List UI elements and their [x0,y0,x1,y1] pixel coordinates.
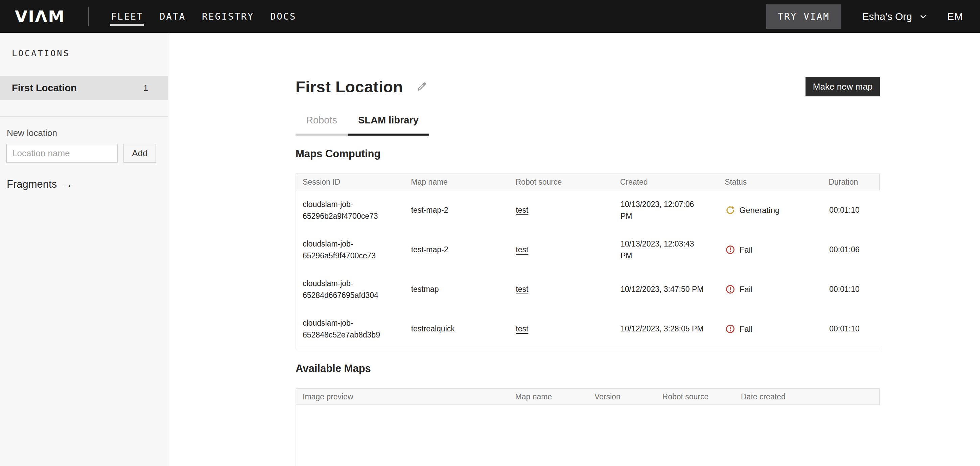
edit-pencil-icon[interactable] [416,81,428,92]
session-id-cell: cloudslam-job-65296a5f9f4700ce73 [296,238,405,261]
available-maps-heading: Available Maps [296,363,880,375]
status-cell: Fail [719,283,826,296]
column-header-status: Status [718,178,824,187]
status-label: Fail [740,283,753,296]
available-maps-table: Image previewMap nameVersionRobot source… [296,388,880,466]
arrow-right-icon: → [62,178,73,190]
column-header-date-created: Date created [735,392,879,401]
try-viam-button[interactable]: TRY VIAM [766,5,842,29]
tab-slam-library[interactable]: SLAM library [348,115,429,135]
nav-item-docs[interactable]: DOCS [270,0,296,33]
available-maps-empty-body [296,405,880,466]
column-header-robot-source: Robot source [509,178,614,187]
robot-source-link[interactable]: test [516,245,528,254]
status-label: Fail [740,244,753,256]
available-maps-table-header: Image previewMap nameVersionRobot source… [296,388,880,405]
fail-status-icon [725,285,735,294]
fail-status-icon [725,324,735,334]
available-maps-table-body [296,405,880,466]
status-cell: Generating [719,204,826,216]
locations-heading: LOCATIONS [0,33,168,58]
status-label: Generating [740,204,780,216]
column-header-duration: Duration [824,178,879,187]
primary-nav: FLEETDATAREGISTRYDOCS [111,0,296,33]
column-header-created: Created [614,178,718,187]
fragments-label: Fragments [7,178,57,190]
location-robot-count: 1 [143,83,148,93]
fail-status-icon [725,245,735,254]
maps-computing-heading: Maps Computing [296,148,880,160]
robot-source-link[interactable]: test [516,285,528,294]
chevron-down-icon [919,12,928,21]
user-avatar[interactable]: EM [947,11,963,22]
duration-cell: 00:01:06 [825,244,880,256]
created-cell: 10/13/2023, 12:07:06 PM [614,199,719,222]
maps-computing-row: cloudslam-job-65296a5f9f4700ce73test-map… [296,230,880,270]
sidebar-location-item[interactable]: First Location1 [0,76,168,100]
maps-computing-row: cloudslam-job-65284d667695afd304testmapt… [296,270,880,309]
tab-robots[interactable]: Robots [296,115,348,135]
top-nav: VIΛM FLEETDATAREGISTRYDOCS TRY VIAM Esha… [0,0,980,33]
maps-computing-table-body: cloudslam-job-65296b2a9f4700ce73test-map… [296,190,880,349]
viam-logo[interactable]: VIΛM [15,8,65,25]
column-header-map-name: Map name [509,392,588,401]
maps-computing-table: Session IDMap nameRobot sourceCreatedSta… [296,173,880,349]
column-header-image-preview: Image preview [296,392,509,401]
maps-computing-table-header: Session IDMap nameRobot sourceCreatedSta… [296,173,880,190]
location-name-input[interactable] [6,144,118,163]
robot-source-link[interactable]: test [516,205,528,215]
fragments-link[interactable]: Fragments → [7,178,73,190]
page-header: First Location Make new map [296,77,880,96]
tab-bar: RobotsSLAM library [296,115,880,135]
column-header-map-name: Map name [404,178,509,187]
robot-source-cell: test [509,204,614,216]
status-cell: Fail [719,323,826,335]
maps-computing-row: cloudslam-job-652848c52e7ab8d3b9testreal… [296,309,880,349]
session-id-cell: cloudslam-job-65284d667695afd304 [296,278,405,301]
status-label: Fail [740,323,753,335]
nav-divider [88,8,89,26]
status-cell: Fail [719,244,826,256]
column-header-version: Version [588,392,656,401]
map-name-cell: testmap [405,283,510,295]
created-cell: 10/12/2023, 3:47:50 PM [614,283,719,295]
duration-cell: 00:01:10 [825,323,880,335]
org-switcher[interactable]: Esha's Org [862,11,928,22]
duration-cell: 00:01:10 [825,204,880,216]
nav-right: TRY VIAM Esha's Org EM [766,5,963,29]
page-title: First Location [296,78,403,96]
duration-cell: 00:01:10 [825,283,880,295]
session-id-cell: cloudslam-job-652848c52e7ab8d3b9 [296,317,405,340]
robot-source-cell: test [509,323,614,335]
nav-item-data[interactable]: DATA [160,0,186,33]
new-location-row: Add [6,144,168,163]
location-name: First Location [12,83,77,94]
sidebar-divider [0,116,168,117]
column-header-robot-source: Robot source [656,392,735,401]
robot-source-cell: test [509,244,614,256]
map-name-cell: testrealquick [405,323,510,335]
main-content: First Location Make new map RobotsSLAM l… [169,33,980,466]
robot-source-link[interactable]: test [516,324,528,333]
session-id-cell: cloudslam-job-65296b2a9f4700ce73 [296,199,405,222]
robot-source-cell: test [509,283,614,295]
created-cell: 10/13/2023, 12:03:43 PM [614,238,719,261]
generating-status-icon [725,205,735,215]
column-header-session-id: Session ID [296,178,404,187]
new-location-label: New location [7,128,168,138]
sidebar: LOCATIONS First Location1 New location A… [0,33,169,466]
location-list: First Location1 [0,76,168,100]
make-new-map-button[interactable]: Make new map [805,77,880,96]
map-name-cell: test-map-2 [405,244,510,256]
nav-item-registry[interactable]: REGISTRY [202,0,254,33]
org-name: Esha's Org [862,11,912,22]
map-name-cell: test-map-2 [405,204,510,216]
nav-item-fleet[interactable]: FLEET [111,0,143,33]
created-cell: 10/12/2023, 3:28:05 PM [614,323,719,335]
maps-computing-row: cloudslam-job-65296b2a9f4700ce73test-map… [296,190,880,230]
add-location-button[interactable]: Add [123,144,156,163]
